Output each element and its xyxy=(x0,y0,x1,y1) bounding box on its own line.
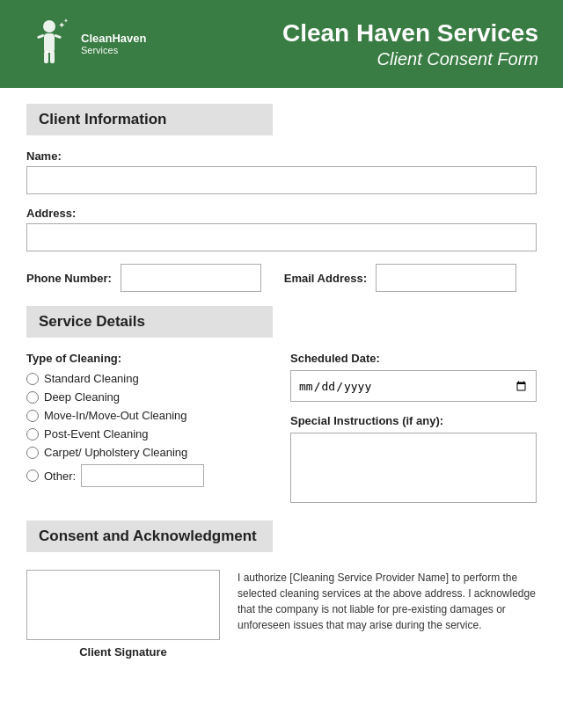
consent-columns: Client Signature I authorize [Cleaning S… xyxy=(26,570,537,659)
svg-rect-1 xyxy=(44,33,55,53)
name-label: Name: xyxy=(26,149,537,163)
svg-point-0 xyxy=(43,20,55,33)
consent-text: I authorize [Cleaning Service Provider N… xyxy=(238,570,537,659)
svg-rect-5 xyxy=(50,51,55,63)
service-right-col: Scheduled Date: Special Instructions (if… xyxy=(290,352,537,506)
list-item: Other: xyxy=(26,464,273,487)
svg-rect-3 xyxy=(55,34,62,40)
email-field-group: Email Address: xyxy=(284,264,516,292)
type-of-cleaning-label: Type of Cleaning: xyxy=(26,352,273,365)
svg-text:✦: ✦ xyxy=(63,18,69,24)
consent-header: Consent and Acknowledgment xyxy=(26,521,273,552)
cleaning-type-radio-group: Standard Cleaning Deep Cleaning Move-In/… xyxy=(26,372,273,487)
logo-company-sub: Services xyxy=(81,45,146,56)
signature-area: Client Signature xyxy=(26,570,220,659)
other-label: Other: xyxy=(44,470,76,483)
address-label: Address: xyxy=(26,207,537,220)
move-in-out-label: Move-In/Move-Out Cleaning xyxy=(44,409,187,422)
service-details-section: Service Details Type of Cleaning: Standa… xyxy=(26,306,537,506)
email-label: Email Address: xyxy=(284,272,367,285)
signature-label: Client Signature xyxy=(26,645,220,659)
deep-cleaning-label: Deep Cleaning xyxy=(44,390,120,404)
address-input[interactable] xyxy=(26,223,537,251)
form-subtitle: Client Consent Form xyxy=(157,48,538,69)
signature-box[interactable] xyxy=(26,570,220,640)
company-title: Clean Haven Services xyxy=(157,18,538,48)
list-item: Standard Cleaning xyxy=(26,372,273,385)
service-left-col: Type of Cleaning: Standard Cleaning Deep… xyxy=(26,352,290,506)
address-field-group: Address: xyxy=(26,207,537,251)
logo-company-name: CleanHaven xyxy=(81,32,146,46)
special-instructions-textarea[interactable] xyxy=(290,433,537,503)
logo-text: CleanHaven Services xyxy=(81,32,146,57)
phone-field-group: Phone Number: xyxy=(26,264,261,292)
standard-cleaning-radio[interactable] xyxy=(26,373,39,385)
carpet-upholstery-label: Carpet/ Upholstery Cleaning xyxy=(44,446,187,459)
deep-cleaning-radio[interactable] xyxy=(26,391,39,404)
standard-cleaning-label: Standard Cleaning xyxy=(44,372,139,385)
post-event-radio[interactable] xyxy=(26,428,39,440)
list-item: Deep Cleaning xyxy=(26,390,273,404)
service-columns: Type of Cleaning: Standard Cleaning Deep… xyxy=(26,352,537,506)
list-item: Move-In/Move-Out Cleaning xyxy=(26,409,273,422)
consent-title: Consent and Acknowledgment xyxy=(39,528,257,544)
post-event-label: Post-Event Cleaning xyxy=(44,427,149,440)
svg-rect-2 xyxy=(37,34,45,40)
phone-label: Phone Number: xyxy=(26,272,112,285)
service-details-title: Service Details xyxy=(39,313,145,330)
logo-area: ✦ ✦ CleanHaven Services xyxy=(25,18,157,70)
email-input[interactable] xyxy=(376,264,516,292)
company-logo-icon: ✦ ✦ xyxy=(25,18,74,70)
phone-email-row: Phone Number: Email Address: xyxy=(26,264,537,292)
scheduled-date-input[interactable] xyxy=(290,370,537,402)
form-content: Client Information Name: Address: Phone … xyxy=(0,88,563,680)
other-text-input[interactable] xyxy=(81,464,204,487)
list-item: Post-Event Cleaning xyxy=(26,427,273,440)
carpet-upholstery-radio[interactable] xyxy=(26,447,39,459)
name-field-group: Name: xyxy=(26,149,537,194)
consent-section: Consent and Acknowledgment Client Signat… xyxy=(26,521,537,659)
other-radio[interactable] xyxy=(26,470,39,482)
name-input[interactable] xyxy=(26,166,537,194)
header: ✦ ✦ CleanHaven Services Clean Haven Serv… xyxy=(0,0,563,88)
header-title: Clean Haven Services Client Consent Form xyxy=(157,18,538,69)
special-instructions-label: Special Instructions (if any): xyxy=(290,414,537,427)
phone-input[interactable] xyxy=(121,264,261,292)
list-item: Carpet/ Upholstery Cleaning xyxy=(26,446,273,459)
svg-rect-4 xyxy=(44,51,48,63)
client-information-section: Client Information Name: Address: Phone … xyxy=(26,104,537,292)
client-information-title: Client Information xyxy=(39,111,166,127)
client-information-header: Client Information xyxy=(26,104,273,135)
scheduled-date-label: Scheduled Date: xyxy=(290,352,537,365)
service-details-header: Service Details xyxy=(26,306,273,338)
move-in-out-radio[interactable] xyxy=(26,410,39,422)
